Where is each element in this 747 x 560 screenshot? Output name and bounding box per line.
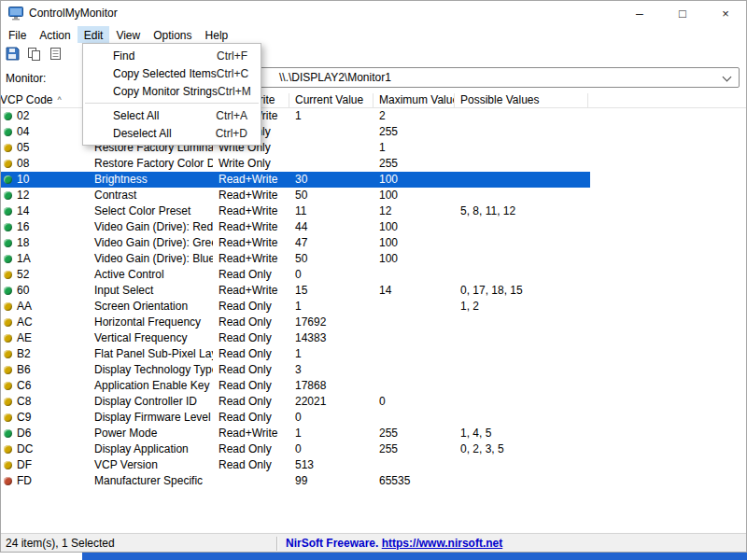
table-row[interactable]: 16 Video Gain (Drive): Red Read+Write 44… [0, 219, 590, 235]
cell-current-value: 99 [289, 473, 374, 489]
cell-current-value: 22021 [289, 394, 374, 410]
table-row[interactable]: B6 Display Technology Type Read Only 3 [0, 362, 590, 378]
vcp-status-dot [4, 207, 12, 216]
menubar-item-file[interactable]: File [2, 26, 33, 44]
vcp-status-dot [4, 445, 12, 454]
cell-possible-values: 1, 2 [455, 299, 588, 315]
cell-read-write: Read Only [213, 362, 289, 378]
close-button[interactable]: × [704, 0, 747, 26]
cell-vcp-code: 12 [17, 188, 29, 203]
cell-maximum-value: 65535 [374, 473, 455, 489]
table-row[interactable]: DC Display Application Read Only 0 255 0… [0, 441, 590, 457]
menubar-item-action[interactable]: Action [33, 26, 77, 44]
cell-maximum-value: 12 [374, 203, 455, 219]
maximize-button[interactable]: □ [661, 0, 704, 26]
cell-read-write: Read Only [213, 457, 289, 473]
cell-name: Video Gain (Drive): Green [89, 235, 213, 251]
cell-maximum-value [374, 378, 455, 394]
menu-item-label: Copy Monitor Strings [83, 85, 218, 98]
menubar-item-view[interactable]: View [109, 26, 147, 44]
minimize-button[interactable]: – [618, 0, 661, 26]
nirsoft-link[interactable]: https://www.nirsoft.net [382, 537, 503, 550]
cell-maximum-value: 100 [374, 219, 455, 235]
cell-name: Video Gain (Drive): Red [89, 219, 213, 235]
cell-name: Horizontal Frequency [89, 315, 213, 330]
cell-possible-values: 0, 17, 18, 15 [455, 283, 588, 299]
cell-maximum-value [374, 299, 455, 315]
cell-vcp-code: 60 [17, 283, 29, 299]
cell-current-value: 1 [289, 426, 374, 441]
table-row[interactable]: C6 Application Enable Key Read Only 1786… [0, 378, 590, 394]
cell-possible-values [455, 346, 588, 362]
cell-vcp-code: 1A [17, 251, 31, 267]
menu-item-shortcut: Ctrl+M [218, 85, 264, 98]
table-row[interactable]: D6 Power Mode Read+Write 1 255 1, 4, 5 [0, 426, 590, 441]
menu-item-label: Find [83, 49, 217, 63]
table-row[interactable]: 12 Contrast Read+Write 50 100 [0, 188, 590, 203]
menu-item[interactable]: Select All Ctrl+A [83, 106, 261, 124]
cell-name: Input Select [89, 283, 213, 299]
table-row[interactable]: B2 Flat Panel Sub-Pixel Layout Read Only… [0, 346, 590, 362]
table-row[interactable]: AA Screen Orientation Read Only 1 1, 2 [0, 299, 590, 315]
vcp-status-dot [4, 334, 12, 343]
monitor-label: Monitor: [6, 72, 46, 85]
cell-read-write: Read+Write [213, 251, 289, 267]
menubar-item-edit[interactable]: Edit [78, 26, 110, 44]
cell-vcp-code: B6 [17, 362, 31, 378]
menu-item-label: Deselect All [83, 127, 216, 140]
cell-read-write [213, 473, 289, 489]
menu-item[interactable]: Find Ctrl+F [83, 47, 261, 64]
table-row[interactable]: DF VCP Version Read Only 513 [0, 457, 590, 473]
menubar-item-options[interactable]: Options [147, 26, 198, 44]
cell-maximum-value [374, 362, 455, 378]
table-row[interactable]: 60 Input Select Read+Write 15 14 0, 17, … [0, 283, 590, 299]
table-row[interactable]: FD Manufacturer Specific 99 65535 [0, 473, 590, 489]
cell-possible-values [455, 172, 588, 188]
column-header-vcp-code[interactable]: VCP Code^ [0, 93, 89, 107]
cell-name: Contrast [89, 188, 213, 203]
table-row[interactable]: 1A Video Gain (Drive): Blue Read+Write 5… [0, 251, 590, 267]
table-row[interactable]: C8 Display Controller ID Read Only 22021… [0, 394, 590, 410]
table-row[interactable]: AC Horizontal Frequency Read Only 17692 [0, 315, 590, 330]
menubar: File Action Edit View Options Help [0, 26, 747, 44]
cell-name: Display Technology Type [89, 362, 213, 378]
table-row[interactable]: 14 Select Color Preset Read+Write 11 12 … [0, 203, 590, 219]
cell-possible-values [455, 378, 588, 394]
column-header-maximum-value[interactable]: Maximum Value [374, 93, 455, 107]
copy-icon[interactable] [26, 46, 41, 61]
cell-read-write: Read Only [213, 394, 289, 410]
nirsoft-brand: NirSoft Freeware. [286, 537, 378, 550]
table-row[interactable]: 08 Restore Factory Color Defaul... Write… [0, 156, 590, 172]
table-row[interactable]: 52 Active Control Read Only 0 [0, 267, 590, 283]
menu-item[interactable]: Copy Selected Items Ctrl+C [83, 64, 261, 82]
properties-icon[interactable] [48, 46, 63, 61]
cell-name: Display Controller ID [89, 394, 213, 410]
column-header-current-value[interactable]: Current Value [289, 93, 374, 107]
vcp-status-dot [4, 477, 12, 485]
cell-read-write: Write Only [213, 156, 289, 172]
cell-read-write: Read Only [213, 299, 289, 315]
table-row[interactable]: AE Vertical Frequency Read Only 14383 [0, 330, 590, 346]
table-row[interactable]: 10 Brightness Read+Write 30 100 [0, 172, 590, 188]
cell-maximum-value: 100 [374, 172, 455, 188]
column-header-possible-values[interactable]: Possible Values [455, 93, 588, 107]
cell-possible-values [455, 108, 588, 124]
menu-item[interactable]: Copy Monitor Strings Ctrl+M [83, 82, 261, 100]
cell-read-write: Read+Write [213, 283, 289, 299]
table-row[interactable]: 18 Video Gain (Drive): Green Read+Write … [0, 235, 590, 251]
cell-name: Video Gain (Drive): Blue [89, 251, 213, 267]
save-icon[interactable] [5, 46, 20, 61]
menubar-item-help[interactable]: Help [199, 26, 235, 44]
menu-item-shortcut: Ctrl+D [216, 127, 261, 140]
cell-name: Application Enable Key [89, 378, 213, 394]
cell-current-value [289, 124, 374, 140]
cell-vcp-code: 16 [17, 219, 29, 235]
cell-current-value: 50 [289, 251, 374, 267]
cell-maximum-value [374, 315, 455, 330]
statusbar: 24 item(s), 1 Selected NirSoft Freeware.… [0, 533, 747, 553]
menu-separator [85, 103, 259, 104]
cell-vcp-code: 02 [17, 108, 29, 124]
menu-item[interactable]: Deselect All Ctrl+D [83, 124, 261, 142]
menu-item-shortcut: Ctrl+C [217, 67, 261, 80]
table-row[interactable]: C9 Display Firmware Level Read Only 0 [0, 410, 590, 426]
